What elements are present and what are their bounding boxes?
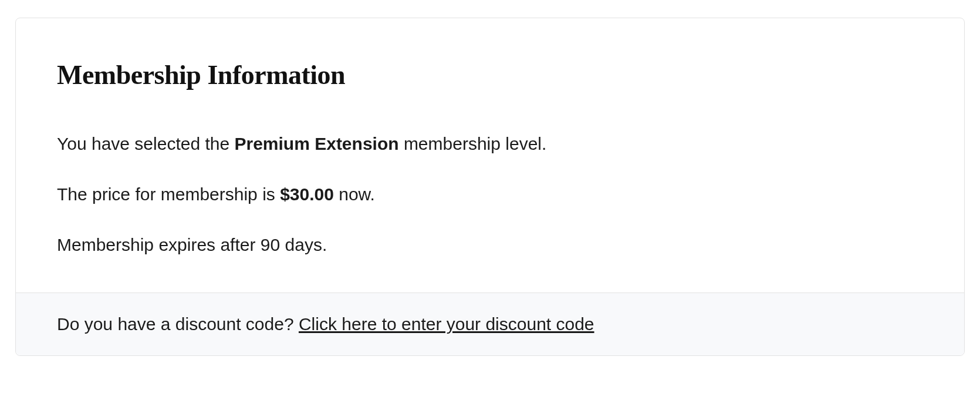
selected-level-name: Premium Extension bbox=[234, 134, 398, 153]
card-title: Membership Information bbox=[57, 59, 923, 90]
discount-code-link[interactable]: Click here to enter your discount code bbox=[299, 314, 594, 334]
price-line: The price for membership is $30.00 now. bbox=[57, 182, 923, 207]
discount-question: Do you have a discount code? bbox=[57, 314, 299, 334]
price-value: $30.00 bbox=[280, 184, 334, 204]
expires-line: Membership expires after 90 days. bbox=[57, 233, 923, 257]
membership-info-card: Membership Information You have selected… bbox=[15, 18, 965, 356]
price-prefix: The price for membership is bbox=[57, 184, 280, 204]
price-suffix: now. bbox=[334, 184, 375, 204]
selected-prefix: You have selected the bbox=[57, 134, 234, 153]
discount-footer: Do you have a discount code? Click here … bbox=[16, 293, 964, 355]
selected-level-line: You have selected the Premium Extension … bbox=[57, 132, 923, 156]
card-body: Membership Information You have selected… bbox=[16, 18, 964, 293]
selected-suffix: membership level. bbox=[399, 134, 547, 153]
